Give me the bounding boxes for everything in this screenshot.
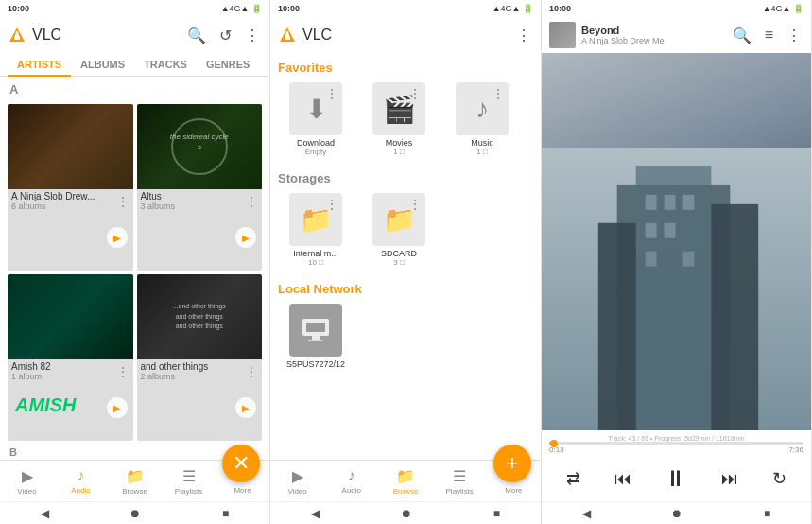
file-sdcard[interactable]: 📁 ⋮ SDCARD 3 □ <box>361 193 437 267</box>
nav-video-2[interactable]: ▶ Video <box>270 463 324 499</box>
pause-btn[interactable]: ⏸ <box>661 462 691 496</box>
play-amish-icon[interactable]: ▶ <box>107 397 128 418</box>
nav-playlists-2[interactable]: ☰ Playlists <box>433 463 487 499</box>
browse-panel: 10:00 ▲4G▲ 🔋 VLC ⋮ Favorites ⬇ <box>270 0 542 524</box>
nav-audio-label-1: Audio <box>71 486 90 495</box>
more-ninja-icon[interactable]: ⋮ <box>116 194 130 209</box>
back-btn-1[interactable]: ◀ <box>41 507 49 520</box>
shuffle-btn[interactable]: ⇄ <box>562 464 584 493</box>
svg-rect-10 <box>312 336 320 340</box>
artist-info-other: and other things 2 albums ⋮ <box>137 359 263 383</box>
nav-audio-label-2: Audio <box>342 486 361 495</box>
internal-icon-wrap: 📁 ⋮ <box>289 193 342 246</box>
download-folder-icon: ⬇ <box>305 94 327 125</box>
local-network-grid: S5PUS7272/12 <box>278 304 533 369</box>
more-other-icon[interactable]: ⋮ <box>245 364 258 379</box>
player-mini-thumb <box>549 22 576 48</box>
player-video-area <box>542 53 811 430</box>
nav-browse-2[interactable]: 📁 Browse <box>378 463 432 499</box>
nav-browse-icon-1: 📁 <box>126 467 145 485</box>
player-search-icon[interactable]: 🔍 <box>731 25 753 46</box>
tab-tracks[interactable]: TRACKS <box>134 53 197 76</box>
nav-audio-2[interactable]: ♪ Audio <box>324 463 378 498</box>
download-more-icon[interactable]: ⋮ <box>325 86 338 101</box>
sdcard-icon-wrap: 📁 ⋮ <box>372 193 425 246</box>
tab-genres[interactable]: GENRES <box>197 53 259 76</box>
movies-name: Movies <box>386 138 413 148</box>
back-btn-3[interactable]: ◀ <box>582 507 591 520</box>
movies-icon-wrap: 🎬 ⋮ <box>372 82 425 135</box>
more-amish-icon[interactable]: ⋮ <box>116 364 130 379</box>
status-bar-3: 10:00 ▲4G▲ 🔋 <box>542 0 811 17</box>
nav-browse-label-1: Browse <box>122 487 147 496</box>
svg-rect-15 <box>598 223 636 430</box>
tab-artists[interactable]: ARTISTS <box>8 53 71 76</box>
nav-playlists-1[interactable]: ☰ Playlists <box>162 463 216 499</box>
repeat-btn[interactable]: ↻ <box>769 464 790 493</box>
artist-thumb-other: ...and other thingsand other thingsand o… <box>137 274 263 359</box>
current-time: 0:13 <box>549 445 564 454</box>
file-download[interactable]: ⬇ ⋮ Download Empty <box>278 82 354 156</box>
svg-rect-22 <box>646 252 657 267</box>
play-altus-icon[interactable]: ▶ <box>235 227 256 248</box>
storages-grid: 📁 ⋮ Internal m... 10 □ 📁 ⋮ SDCARD 3 □ <box>278 193 533 267</box>
next-btn[interactable]: ⏭ <box>717 465 742 493</box>
track-title: Beyond <box>581 25 725 36</box>
home-btn-1[interactable]: ⏺ <box>130 507 141 520</box>
movies-sub: 1 □ <box>393 148 405 156</box>
fab-2[interactable]: + <box>493 445 531 482</box>
svg-rect-19 <box>682 195 694 210</box>
refresh-icon-1[interactable]: ↺ <box>217 25 233 46</box>
file-movies[interactable]: 🎬 ⋮ Movies 1 □ <box>361 82 437 156</box>
nav-playlists-icon-1: ☰ <box>182 467 196 485</box>
artists-panel: 10:00 ▲4G▲ 🔋 VLC 🔍 ↺ ⋮ ARTISTS ALBUMS TR… <box>0 0 270 524</box>
nav-video-1[interactable]: ▶ Video <box>0 463 54 499</box>
internal-more-icon[interactable]: ⋮ <box>325 197 338 212</box>
player-app-bar: Beyond A Ninja Slob Drew Me 🔍 ≡ ⋮ <box>542 17 811 53</box>
progress-track[interactable] <box>549 442 803 445</box>
app-bar-2: VLC ⋮ <box>270 17 541 53</box>
file-music[interactable]: ♪ ⋮ Music 1 □ <box>444 82 520 156</box>
sdcard-more-icon[interactable]: ⋮ <box>408 197 422 212</box>
music-name: Music <box>471 138 493 148</box>
back-btn-2[interactable]: ◀ <box>311 507 320 520</box>
player-list-icon[interactable]: ≡ <box>763 25 775 45</box>
artist-card-amish[interactable]: AMISH ▶ Amish 82 1 album ⋮ <box>8 274 133 441</box>
fab-1[interactable]: ✕ <box>222 445 260 482</box>
recents-btn-3[interactable]: ■ <box>764 507 770 520</box>
progress-times: 0:13 7:36 <box>549 445 803 454</box>
more-altus-icon[interactable]: ⋮ <box>245 194 258 209</box>
svg-point-7 <box>286 31 289 34</box>
play-ninja-icon[interactable]: ▶ <box>107 227 128 248</box>
home-btn-3[interactable]: ⏺ <box>671 507 682 520</box>
download-sub: Empty <box>305 148 327 156</box>
prev-btn[interactable]: ⏮ <box>611 465 635 493</box>
more-icon-2[interactable]: ⋮ <box>514 25 533 46</box>
recents-btn-1[interactable]: ■ <box>222 507 229 520</box>
status-bar-1: 10:00 ▲4G▲ 🔋 <box>0 0 269 17</box>
nav-browse-1[interactable]: 📁 Browse <box>108 463 162 499</box>
more-icon-1[interactable]: ⋮ <box>243 25 262 46</box>
home-btn-2[interactable]: ⏺ <box>401 507 412 520</box>
sidereal-overlay: the sidereal cycle <box>137 132 263 141</box>
player-mini-info: Beyond A Ninja Slob Drew Me <box>581 25 725 45</box>
movies-more-icon[interactable]: ⋮ <box>408 86 422 101</box>
artist-card-other[interactable]: ...and other thingsand other thingsand o… <box>137 274 263 441</box>
nav-video-icon-1: ▶ <box>22 467 33 485</box>
file-network-device[interactable]: S5PUS7272/12 <box>278 304 354 369</box>
tab-albums[interactable]: ALBUMS <box>71 53 134 76</box>
artist-card-ninja[interactable]: ▶ A Ninja Slob Drew... 6 albums ⋮ <box>8 104 133 271</box>
search-icon-1[interactable]: 🔍 <box>185 25 208 46</box>
nav-audio-1[interactable]: ♪ Audio <box>54 463 108 498</box>
nav-playlists-label-2: Playlists <box>446 487 474 496</box>
artist-name-ninja: A Ninja Slob Drew... 6 albums <box>11 191 95 211</box>
music-more-icon[interactable]: ⋮ <box>492 86 505 101</box>
artist-card-altus[interactable]: ↄ the sidereal cycle ▶ Altus 3 albums ⋮ <box>137 104 263 271</box>
play-other-icon[interactable]: ▶ <box>235 397 256 418</box>
player-progress-area: Track: 43 / 69 • Progress: 5d29min / 116… <box>542 430 811 456</box>
player-more-icon[interactable]: ⋮ <box>785 25 803 46</box>
recents-btn-2[interactable]: ■ <box>493 507 500 520</box>
signal-icon-1: ▲4G▲ 🔋 <box>221 4 262 13</box>
file-internal[interactable]: 📁 ⋮ Internal m... 10 □ <box>278 193 354 267</box>
artist-thumb-amish <box>8 274 133 359</box>
